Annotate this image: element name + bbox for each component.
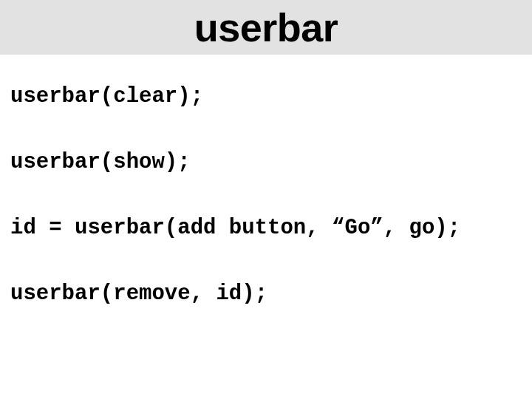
slide: userbar userbar(clear); userbar(show); i… [0, 0, 532, 399]
code-block: userbar(clear); userbar(show); id = user… [0, 55, 532, 306]
code-line: userbar(show); [10, 150, 522, 174]
title-band: userbar [0, 0, 532, 55]
slide-title: userbar [0, 4, 532, 50]
code-line: id = userbar(add button, “Go”, go); [10, 216, 522, 240]
code-line: userbar(remove, id); [10, 282, 522, 306]
code-line: userbar(clear); [10, 84, 522, 109]
